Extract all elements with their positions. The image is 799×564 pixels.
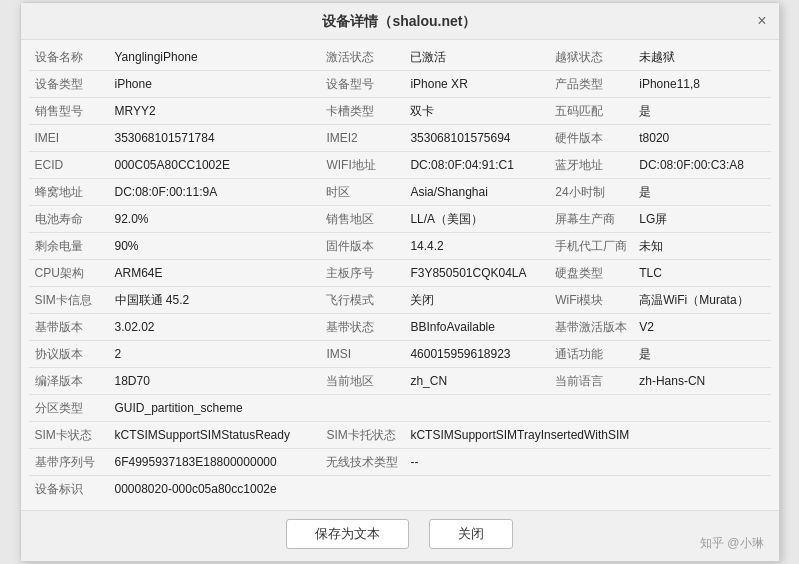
cell-label: 飞行模式 [320,287,404,314]
cell-value: zh-Hans-CN [633,368,770,395]
table-row: 蜂窝地址DC:08:0F:00:11:9A时区Asia/Shanghai24小时… [29,179,771,206]
cell-label: 设备名称 [29,44,109,71]
cell-label: 基带版本 [29,314,109,341]
cell-value: 14.4.2 [404,233,549,260]
cell-value: 3.02.02 [109,314,321,341]
cell-value: 是 [633,98,770,125]
cell-value: 未越狱 [633,44,770,71]
cell-label: WIFI地址 [320,152,404,179]
cell-label: 激活状态 [320,44,404,71]
cell-label: 设备型号 [320,71,404,98]
cell-label: 产品类型 [549,71,633,98]
cell-label: WiFi模块 [549,287,633,314]
save-button[interactable]: 保存为文本 [286,519,409,549]
cell-label: 硬件版本 [549,125,633,152]
table-row: 协议版本2IMSI460015959618923通话功能是 [29,341,771,368]
cell-value: iPhone11,8 [633,71,770,98]
dialog-title: 设备详情（shalou.net） × [21,3,779,40]
cell-label: 基带激活版本 [549,314,633,341]
cell-label: 销售型号 [29,98,109,125]
cell-label: 编泽版本 [29,368,109,395]
cell-value: 高温WiFi（Murata） [633,287,770,314]
cell-value: t8020 [633,125,770,152]
title-text: 设备详情（shalou.net） [322,13,476,29]
table-row: 分区类型GUID_partition_scheme [29,395,771,422]
cell-label: 通话功能 [549,341,633,368]
cell-value: 已激活 [404,44,549,71]
cell-label: 蜂窝地址 [29,179,109,206]
cell-label: IMSI [320,341,404,368]
cell-value: 90% [109,233,321,260]
cell-label: 固件版本 [320,233,404,260]
cell-value: zh_CN [404,368,549,395]
cell-label: 卡槽类型 [320,98,404,125]
cell-value: 未知 [633,233,770,260]
cell-label: 销售地区 [320,206,404,233]
cell-label: 无线技术类型 [320,449,404,476]
content-area: 设备名称YanglingiPhone激活状态已激活越狱状态未越狱设备类型iPho… [21,40,779,510]
cell-label: IMEI [29,125,109,152]
cell-label: 五码匹配 [549,98,633,125]
cell-value: 双卡 [404,98,549,125]
cell-label: SIM卡托状态 [320,422,404,449]
table-row: IMEI353068101571784IMEI2353068101575694硬… [29,125,771,152]
cell-value: 000C05A80CC1002E [109,152,321,179]
cell-value: TLC [633,260,770,287]
cell-label: 手机代工厂商 [549,233,633,260]
cell-value: V2 [633,314,770,341]
table-row: ECID000C05A80CC1002EWIFI地址DC:08:0F:04:91… [29,152,771,179]
table-row: 编泽版本18D70当前地区zh_CN当前语言zh-Hans-CN [29,368,771,395]
cell-value: 353068101571784 [109,125,321,152]
cell-value: ARM64E [109,260,321,287]
cell-label: SIM卡状态 [29,422,109,449]
cell-label: 协议版本 [29,341,109,368]
cell-label: ECID [29,152,109,179]
table-row: 剩余电量90%固件版本14.4.2手机代工厂商未知 [29,233,771,260]
cell-value: 00008020-000c05a80cc1002e [109,476,771,503]
cell-label: 电池寿命 [29,206,109,233]
cell-label: 24小时制 [549,179,633,206]
close-button[interactable]: 关闭 [429,519,513,549]
cell-label: 分区类型 [29,395,109,422]
cell-label: 设备类型 [29,71,109,98]
cell-value: 是 [633,179,770,206]
cell-value: iPhone XR [404,71,549,98]
cell-value: kCTSIMSupportSIMStatusReady [109,422,321,449]
cell-value: LL/A（美国） [404,206,549,233]
cell-value: Asia/Shanghai [404,179,549,206]
close-icon[interactable]: × [757,13,766,29]
table-row: CPU架构ARM64E主板序号F3Y850501CQK04LA硬盘类型TLC [29,260,771,287]
cell-label: IMEI2 [320,125,404,152]
cell-value: 是 [633,341,770,368]
watermark: 知乎 @小琳 [700,535,764,552]
cell-value: DC:08:0F:00:11:9A [109,179,321,206]
footer: 保存为文本 关闭 [21,510,779,561]
cell-value: 中国联通 45.2 [109,287,321,314]
cell-label: 设备标识 [29,476,109,503]
cell-label: 基带序列号 [29,449,109,476]
cell-value: LG屏 [633,206,770,233]
cell-value: DC:08:0F:00:C3:A8 [633,152,770,179]
cell-value: 92.0% [109,206,321,233]
cell-value: kCTSIMSupportSIMTrayInsertedWithSIM [404,422,770,449]
cell-value: F3Y850501CQK04LA [404,260,549,287]
cell-value: 2 [109,341,321,368]
cell-label: 时区 [320,179,404,206]
cell-value: YanglingiPhone [109,44,321,71]
cell-value: GUID_partition_scheme [109,395,771,422]
cell-value: 18D70 [109,368,321,395]
table-row: 设备类型iPhone设备型号iPhone XR产品类型iPhone11,8 [29,71,771,98]
cell-value: MRYY2 [109,98,321,125]
cell-label: 蓝牙地址 [549,152,633,179]
cell-label: SIM卡信息 [29,287,109,314]
cell-value: BBInfoAvailable [404,314,549,341]
cell-label: 屏幕生产商 [549,206,633,233]
cell-label: CPU架构 [29,260,109,287]
cell-label: 剩余电量 [29,233,109,260]
cell-value: DC:08:0F:04:91:C1 [404,152,549,179]
cell-value: 关闭 [404,287,549,314]
cell-value: -- [404,449,770,476]
table-row: SIM卡状态kCTSIMSupportSIMStatusReadySIM卡托状态… [29,422,771,449]
table-row: SIM卡信息中国联通 45.2飞行模式关闭WiFi模块高温WiFi（Murata… [29,287,771,314]
table-row: 设备标识00008020-000c05a80cc1002e [29,476,771,503]
